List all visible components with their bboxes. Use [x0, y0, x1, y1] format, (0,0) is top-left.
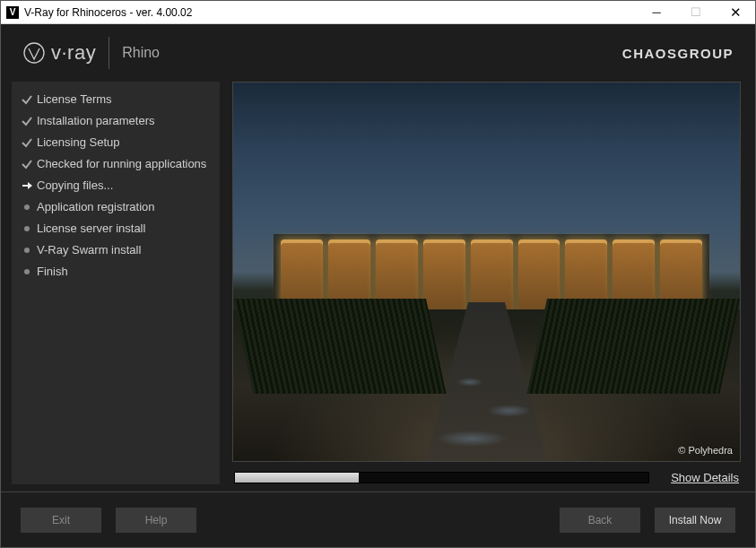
step-label: License Terms: [37, 91, 112, 109]
step-label: Installation parameters: [37, 112, 155, 130]
step-license-terms: License Terms: [17, 89, 214, 110]
maximize-button: ☐: [676, 1, 716, 24]
back-button[interactable]: Back: [560, 508, 640, 533]
step-app-registration: Application registration: [17, 196, 214, 218]
install-now-button[interactable]: Install Now: [655, 508, 735, 533]
step-label: Licensing Setup: [37, 134, 120, 152]
close-button[interactable]: ✕: [716, 1, 755, 24]
preview-vineyard-left: [233, 299, 446, 394]
step-swarm-install: V-Ray Swarm install: [17, 239, 214, 261]
bullet-icon: [19, 269, 35, 274]
check-icon: [19, 158, 35, 170]
progress-bar: [234, 472, 649, 483]
bullet-icon: [19, 248, 35, 253]
step-finish: Finish: [17, 261, 214, 283]
check-icon: [19, 93, 35, 106]
logo-divider: [109, 37, 109, 69]
exit-button[interactable]: Exit: [21, 508, 101, 533]
show-details-link[interactable]: Show Details: [671, 471, 739, 484]
bullet-icon: [19, 226, 35, 231]
progress-row: Show Details: [232, 471, 741, 484]
step-label: License server install: [37, 220, 145, 238]
arrow-right-icon: [19, 179, 35, 192]
step-label: Copying files...: [37, 177, 113, 195]
step-checked-apps: Checked for running applications: [17, 153, 214, 175]
content-area: © Polyhedra Show Details: [232, 82, 741, 484]
title-controls: ─ ☐ ✕: [637, 1, 755, 24]
step-copying-files: Copying files...: [17, 175, 214, 196]
minimize-button[interactable]: ─: [637, 1, 676, 24]
app-icon: V: [6, 6, 19, 19]
step-label: Finish: [37, 263, 68, 281]
step-license-server: License server install: [17, 218, 214, 239]
chaosgroup-logo: CHAOSGROUP: [622, 46, 734, 61]
step-label: V-Ray Swarm install: [37, 241, 141, 259]
preview-vineyard-right: [527, 299, 740, 394]
steps-sidebar: License Terms Installation parameters Li…: [12, 82, 220, 484]
titlebar: V V-Ray for Rhinoceros - ver. 4.00.02 ─ …: [1, 1, 755, 24]
check-icon: [19, 115, 35, 127]
header: v·ray Rhino CHAOSGROUP: [1, 24, 755, 82]
vray-badge-icon: [22, 41, 46, 65]
progress-fill: [235, 473, 359, 483]
bullet-icon: [19, 204, 35, 210]
step-install-params: Installation parameters: [17, 110, 214, 132]
step-label: Checked for running applications: [37, 155, 206, 173]
help-button[interactable]: Help: [116, 508, 196, 533]
installer-window: V V-Ray for Rhinoceros - ver. 4.00.02 ─ …: [0, 0, 756, 548]
window-title: V-Ray for Rhinoceros - ver. 4.00.02: [24, 6, 192, 19]
step-licensing-setup: Licensing Setup: [17, 132, 214, 153]
footer: Exit Help Back Install Now: [1, 491, 755, 547]
main-area: License Terms Installation parameters Li…: [1, 82, 755, 491]
vray-logo: v·ray: [22, 41, 96, 65]
preview-image: © Polyhedra: [232, 82, 741, 462]
check-icon: [19, 136, 35, 149]
preview-credit: © Polyhedra: [678, 445, 733, 456]
product-suffix: Rhino: [122, 45, 160, 61]
vray-logo-text: v·ray: [51, 41, 96, 65]
step-label: Application registration: [37, 198, 155, 216]
